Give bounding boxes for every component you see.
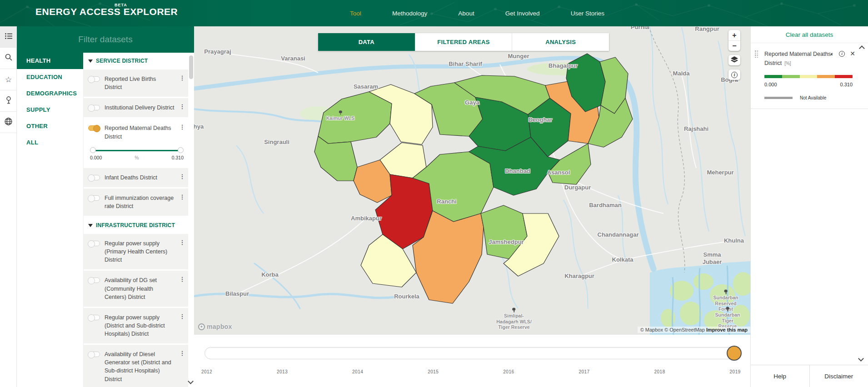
year-label-2014: 2014 [352,369,363,374]
kebab-menu-icon[interactable]: ⋮ [179,350,185,356]
dataset-toggle[interactable] [88,125,100,131]
filter-datasets-input[interactable] [17,26,194,53]
dataset-panel: HEALTHEDUCATIONDEMOGRAPHICSSUPPLYOTHERAL… [17,26,194,387]
tab-filtered-areas[interactable]: FILTERED AREAS [415,33,513,51]
kebab-menu-icon[interactable]: ⋮ [179,104,185,109]
dataset-item: Availability of Diesel Generator set (Di… [84,345,188,387]
dataset-info-icon[interactable]: i [839,51,845,57]
dataset-toggle[interactable] [88,241,100,246]
dataset-label: Availability of DG set (Community Health… [105,276,175,301]
app-logo[interactable]: ENERGY ACCESS EXPLORER [35,6,178,17]
category-education[interactable]: EDUCATION [17,69,83,85]
map-canvas[interactable]: PurniaRangpurPrayagrajVaranasiBihar Shar… [194,26,750,335]
year-label-2019: 2019 [730,369,741,374]
kebab-menu-icon[interactable]: ⋮ [179,313,185,319]
year-label-2013: 2013 [277,369,288,374]
category-other[interactable]: OTHER [17,118,83,134]
nav-methodology[interactable]: Methodology [392,10,427,17]
favorites-button[interactable]: ☆ [0,69,17,90]
dataset-toggle[interactable] [88,175,100,180]
year-label-2016: 2016 [503,369,514,374]
category-supply[interactable]: SUPPLY [17,102,83,118]
dataset-list-scrollbar[interactable] [189,55,193,79]
year-slider-handle[interactable] [727,346,742,361]
osm-attribution-link[interactable]: © OpenStreetMap [664,327,705,332]
nav-user-stories[interactable]: User Stories [571,10,604,17]
dataset-toggle[interactable] [88,195,100,201]
search-button[interactable] [0,48,17,69]
clear-all-datasets-link[interactable]: Clear all datasets [751,26,868,43]
opacity-icon[interactable]: ◐ [830,51,834,57]
legend-min: 0.000 [764,82,777,87]
nav-tool[interactable]: Tool [350,10,361,17]
dataset-item: Reported Maternal Deaths District⋮0.000%… [84,119,188,166]
beta-badge: BETA [115,3,127,7]
range-track[interactable] [93,150,181,151]
dataset-label: Reported Maternal Deaths District [105,124,175,140]
tab-data[interactable]: DATA [318,33,415,51]
map-info-button[interactable]: i [728,69,740,80]
tab-analysis[interactable]: ANALYSIS [512,33,609,51]
search-icon [5,54,12,63]
year-axis: 20122013201420152016201720182019 [194,369,750,377]
layers-button[interactable] [728,55,740,65]
kebab-menu-icon[interactable]: ⋮ [179,276,185,282]
kebab-menu-icon[interactable]: ⋮ [179,174,185,179]
section-header-infrastructure-district[interactable]: INFRASTRUCTURE DISTRICT [84,217,188,233]
year-slider-track[interactable] [205,347,741,359]
star-icon: ☆ [5,75,12,84]
nav-get-involved[interactable]: Get Involved [505,10,540,17]
basemap [194,26,750,335]
category-list: HEALTHEDUCATIONDEMOGRAPHICSSUPPLYOTHERAL… [17,53,83,387]
basemap-button[interactable] [0,112,17,133]
dataset-toggle[interactable] [88,352,100,357]
dataset-item: Reported Live Births District⋮ [84,69,188,97]
dataset-toggle[interactable] [88,105,100,110]
help-button[interactable]: Help [751,365,809,387]
panel-scroll-down-icon[interactable] [858,356,864,362]
mapbox-wordmark: mapbox [207,323,232,330]
map-controls: + − i [728,30,740,84]
mapbox-logo-icon: ✦ [198,323,205,330]
list-icon [5,33,12,41]
category-health[interactable]: HEALTH [17,53,83,69]
drag-handle[interactable] [755,50,759,58]
dataset-list-button[interactable] [0,26,17,48]
kebab-menu-icon[interactable]: ⋮ [179,239,185,245]
zoom-in-button[interactable]: + [728,30,740,40]
year-label-2015: 2015 [428,369,439,374]
dataset-toggle[interactable] [88,315,100,320]
not-available-swatch [764,97,793,99]
location-button[interactable] [0,90,17,112]
range-handle-min[interactable] [90,147,96,153]
kebab-menu-icon[interactable]: ⋮ [179,194,185,200]
dataset-item: Regular power supply (District and Sub-d… [84,308,188,343]
globe-icon [5,118,12,127]
disclaimer-button[interactable]: Disclaimer [809,365,868,387]
improve-map-link[interactable]: Improve this map [706,327,748,332]
mapbox-logo[interactable]: ✦ mapbox [198,323,232,330]
kebab-menu-icon[interactable]: ⋮ [179,75,185,81]
section-title: INFRASTRUCTURE DISTRICT [96,222,175,228]
dataset-toggle[interactable] [88,76,100,82]
scroll-down-icon[interactable] [188,378,194,384]
category-all[interactable]: ALL [17,134,83,151]
range-max-label: 0.310 [172,155,184,160]
zoom-out-button[interactable]: − [728,40,740,51]
mapbox-attribution-link[interactable]: © Mapbox [640,327,663,332]
nav-about[interactable]: About [458,10,474,17]
range-handle-max[interactable] [178,147,184,153]
dataset-item: Availability of DG set (Community Health… [84,271,188,306]
layers-icon [731,56,738,64]
close-icon[interactable]: ✕ [850,50,855,57]
left-icon-rail: ☆ [0,26,17,387]
category-demographics[interactable]: DEMOGRAPHICS [17,85,83,102]
dataset-label: Full immunization coverage rate District [105,194,175,210]
panel-footer: Help Disclaimer [751,365,868,387]
app-header: ENERGY ACCESS EXPLORER BETA ToolMethodol… [0,0,868,26]
dataset-toggle[interactable] [88,278,100,283]
range-labels: 0.000%0.310 [90,155,184,160]
legend-unit: [%] [784,61,791,66]
section-header-service-district[interactable]: SERVICE DISTRICT [84,53,188,68]
kebab-menu-icon[interactable]: ⋮ [179,124,185,130]
